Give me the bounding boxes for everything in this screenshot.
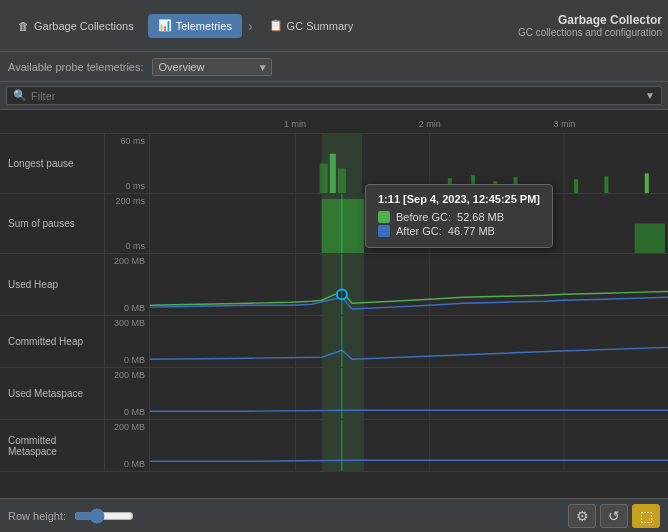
toolbar: Available probe telemetries: Overview De… xyxy=(0,52,668,82)
svg-rect-7 xyxy=(448,178,452,193)
settings-icon: ⚙ xyxy=(576,508,589,524)
svg-rect-10 xyxy=(514,177,518,193)
label-used-heap: Used Heap xyxy=(0,254,105,315)
timeline-header: 1 min 2 min 3 min xyxy=(0,110,668,134)
svg-committed-heap xyxy=(150,316,668,367)
canvas-committed-metaspace xyxy=(150,420,668,471)
settings-button[interactable]: ⚙ xyxy=(568,504,596,528)
svg-rect-9 xyxy=(493,181,497,193)
svg-rect-11 xyxy=(574,179,578,193)
time-label-1min: 1 min xyxy=(284,119,306,129)
row-committed-heap: Committed Heap 300 MB 0 MB xyxy=(0,316,668,368)
row-used-metaspace: Used Metaspace 200 MB 0 MB xyxy=(0,368,668,420)
header-title: Garbage Collector xyxy=(518,13,662,27)
row-committed-metaspace: Committed Metaspace 200 MB 0 MB xyxy=(0,420,668,472)
gc-icon: 🗑 xyxy=(16,19,30,33)
time-label-2min: 2 min xyxy=(419,119,441,129)
scale-used-metaspace: 200 MB 0 MB xyxy=(105,368,150,419)
probe-select-wrapper: Overview Detailed ▼ xyxy=(152,58,272,76)
canvas-used-metaspace xyxy=(150,368,668,419)
layout-icon: ⬚ xyxy=(640,508,653,524)
row-used-heap: Used Heap 200 MB 0 MB xyxy=(0,254,668,316)
tab-telemetries[interactable]: 📊 Telemetries xyxy=(148,14,242,38)
charts-container: 1:11 [Sep 4, 2023, 12:45:25 PM] Before G… xyxy=(0,134,668,498)
canvas-committed-heap xyxy=(150,316,668,367)
scale-committed-metaspace: 200 MB 0 MB xyxy=(105,420,150,471)
scale-committed-heap: 300 MB 0 MB xyxy=(105,316,150,367)
svg-rect-35 xyxy=(322,368,364,419)
filter-input[interactable] xyxy=(31,90,641,102)
header-info: Garbage Collector GC collections and con… xyxy=(508,13,662,38)
probe-select[interactable]: Overview Detailed xyxy=(152,58,272,76)
row-sum-pauses: Sum of pauses 200 ms 0 ms xyxy=(0,194,668,254)
row-longest-pause: Longest pause 60 ms 0 ms xyxy=(0,134,668,194)
summary-icon: 📋 xyxy=(269,19,283,33)
svg-rect-24 xyxy=(322,254,364,315)
footer: Row height: ⚙ ↺ ⬚ xyxy=(0,498,668,532)
label-used-metaspace: Used Metaspace xyxy=(0,368,105,419)
row-height-control: Row height: xyxy=(8,508,134,524)
label-longest-pause: Longest pause xyxy=(0,134,105,193)
reset-icon: ↺ xyxy=(608,508,620,524)
tab-gc[interactable]: 🗑 Garbage Collections xyxy=(6,14,144,38)
label-committed-heap: Committed Heap xyxy=(0,316,105,367)
svg-rect-18 xyxy=(322,194,364,253)
time-labels: 1 min 2 min 3 min xyxy=(150,109,668,133)
separator: › xyxy=(246,18,255,34)
label-sum-pauses: Sum of pauses xyxy=(0,194,105,253)
label-committed-metaspace: Committed Metaspace xyxy=(0,420,105,471)
time-label-3min: 3 min xyxy=(553,119,575,129)
canvas-used-heap xyxy=(150,254,668,315)
svg-used-metaspace xyxy=(150,368,668,419)
svg-used-heap xyxy=(150,254,668,315)
header: 🗑 Garbage Collections 📊 Telemetries › 📋 … xyxy=(0,0,668,52)
filter-input-wrapper: 🔍 ▼ xyxy=(6,86,662,105)
layout-button[interactable]: ⬚ xyxy=(632,504,660,528)
row-height-label: Row height: xyxy=(8,510,66,522)
filter-dropdown-icon[interactable]: ▼ xyxy=(645,90,655,101)
scale-sum-pauses: 200 ms 0 ms xyxy=(105,194,150,253)
canvas-longest-pause xyxy=(150,134,668,193)
svg-rect-8 xyxy=(471,175,475,193)
canvas-sum-pauses xyxy=(150,194,668,253)
scale-used-heap: 200 MB 0 MB xyxy=(105,254,150,315)
svg-rect-6 xyxy=(322,134,362,193)
tab-gc-summary[interactable]: 📋 GC Summary xyxy=(259,14,364,38)
footer-buttons: ⚙ ↺ ⬚ xyxy=(568,504,660,528)
filter-search-icon: 🔍 xyxy=(13,89,27,102)
filter-bar: 🔍 ▼ xyxy=(0,82,668,110)
svg-committed-metaspace xyxy=(150,420,668,471)
svg-rect-19 xyxy=(635,224,665,254)
toolbar-label: Available probe telemetries: xyxy=(8,61,144,73)
svg-rect-13 xyxy=(645,173,649,193)
svg-rect-12 xyxy=(604,176,608,193)
svg-rect-40 xyxy=(322,420,364,471)
reset-button[interactable]: ↺ xyxy=(600,504,628,528)
tab-bar: 🗑 Garbage Collections 📊 Telemetries › 📋 … xyxy=(6,14,508,38)
scale-longest-pause: 60 ms 0 ms xyxy=(105,134,150,193)
svg-longest-pause xyxy=(150,134,668,193)
header-subtitle: GC collections and configuration xyxy=(518,27,662,38)
row-height-slider[interactable] xyxy=(74,508,134,524)
svg-sum-pauses xyxy=(150,194,668,253)
telemetries-icon: 📊 xyxy=(158,19,172,33)
